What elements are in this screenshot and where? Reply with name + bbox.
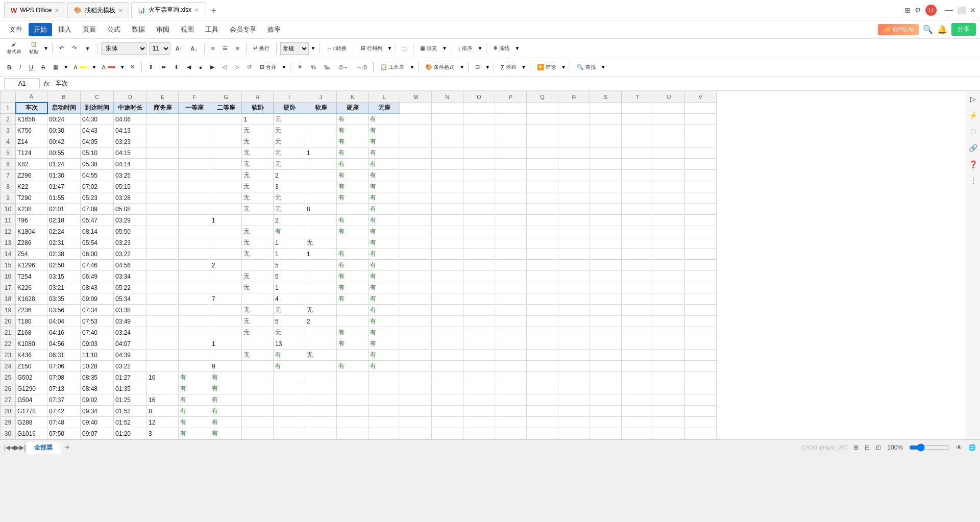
cell-V28[interactable] — [685, 406, 717, 417]
col-header-N[interactable]: N — [432, 91, 463, 103]
cell-R18[interactable] — [558, 293, 590, 305]
cell-M11[interactable] — [400, 215, 432, 226]
cell-G19[interactable] — [210, 305, 242, 316]
cell-H19[interactable]: 无 — [242, 305, 274, 316]
cell-R13[interactable] — [558, 237, 590, 248]
cell-M21[interactable] — [400, 327, 432, 338]
sheet-nav-next[interactable]: ▶ — [15, 444, 19, 451]
cell-S7[interactable] — [590, 170, 622, 181]
cell-V25[interactable] — [685, 372, 717, 383]
cell-Q11[interactable] — [527, 215, 558, 226]
cell-B24[interactable]: 07:06 — [47, 361, 81, 372]
cell-T11[interactable] — [622, 215, 653, 226]
cell-O2[interactable] — [463, 114, 495, 125]
cell-E19[interactable] — [147, 305, 179, 316]
indent-inc-button[interactable]: ▷ — [232, 62, 242, 72]
cell-I12[interactable]: 有 — [274, 226, 305, 237]
cell-P10[interactable] — [495, 204, 527, 215]
cell-J3[interactable] — [305, 125, 337, 136]
cell-A9[interactable]: T290 — [16, 192, 47, 204]
cell-N4[interactable] — [432, 136, 463, 147]
cell-K16[interactable]: 有 — [337, 271, 369, 282]
cell-N14[interactable] — [432, 248, 463, 260]
cell-S9[interactable] — [590, 192, 622, 204]
col-header-D[interactable]: D — [114, 91, 147, 103]
cell-Q27[interactable] — [527, 394, 558, 406]
cell-K19[interactable] — [337, 305, 369, 316]
cell-K12[interactable]: 有 — [337, 226, 369, 237]
cell-V30[interactable] — [685, 428, 717, 439]
cell-S8[interactable] — [590, 181, 622, 192]
cell-E3[interactable] — [147, 125, 179, 136]
more-undo-button[interactable]: ▼ — [82, 44, 93, 53]
cell-I26[interactable] — [274, 383, 305, 394]
cell-N11[interactable] — [432, 215, 463, 226]
cell-C19[interactable]: 07:34 — [81, 305, 114, 316]
cell-U23[interactable] — [653, 350, 685, 361]
cell-R12[interactable] — [558, 226, 590, 237]
cell-N22[interactable] — [432, 338, 463, 350]
cell-C13[interactable]: 05:54 — [81, 237, 114, 248]
cell-V22[interactable] — [685, 338, 717, 350]
cell-E13[interactable] — [147, 237, 179, 248]
cell-B23[interactable]: 06:31 — [47, 350, 81, 361]
cell-S20[interactable] — [590, 316, 622, 327]
cell-G10[interactable] — [210, 204, 242, 215]
cell-T28[interactable] — [622, 406, 653, 417]
cell-V4[interactable] — [685, 136, 717, 147]
cell-H18[interactable] — [242, 293, 274, 305]
cell-K15[interactable]: 有 — [337, 260, 369, 271]
cell-S4[interactable] — [590, 136, 622, 147]
cell-K23[interactable] — [337, 350, 369, 361]
cell-C23[interactable]: 11:10 — [81, 350, 114, 361]
cell-B11[interactable]: 02:18 — [47, 215, 81, 226]
sheet-nav-last[interactable]: ▶| — [19, 444, 26, 451]
cell-E6[interactable] — [147, 159, 179, 170]
search-icon[interactable]: 🔍 — [923, 24, 933, 34]
cell-E25[interactable]: 16 — [147, 372, 179, 383]
row-num-2[interactable]: 2 — [1, 114, 16, 125]
cell-B22[interactable]: 04:56 — [47, 338, 81, 350]
cell-A15[interactable]: K1296 — [16, 260, 47, 271]
cell-R20[interactable] — [558, 316, 590, 327]
cell-I29[interactable] — [274, 417, 305, 428]
align-left-button[interactable]: ≡ — [208, 44, 217, 53]
cell-M4[interactable] — [400, 136, 432, 147]
cell-P17[interactable] — [495, 282, 527, 293]
sum-arrow[interactable]: ▼ — [521, 64, 526, 70]
cell-O23[interactable] — [463, 350, 495, 361]
cell-P16[interactable] — [495, 271, 527, 282]
cell-A6[interactable]: K82 — [16, 159, 47, 170]
cell-D3[interactable]: 04:13 — [114, 125, 147, 136]
cell-E5[interactable] — [147, 147, 179, 159]
italic-button[interactable]: I — [16, 63, 24, 72]
cell-D11[interactable]: 03:29 — [114, 215, 147, 226]
cell-E10[interactable] — [147, 204, 179, 215]
cell-N16[interactable] — [432, 271, 463, 282]
cell-U27[interactable] — [653, 394, 685, 406]
cell-F26[interactable]: 有 — [179, 383, 210, 394]
notification-icon[interactable]: 🔔 — [937, 24, 947, 34]
cell-G29[interactable]: 有 — [210, 417, 242, 428]
cell-N13[interactable] — [432, 237, 463, 248]
cell-S29[interactable] — [590, 417, 622, 428]
cell-D16[interactable]: 03:34 — [114, 271, 147, 282]
cell-A21[interactable]: Z168 — [16, 327, 47, 338]
cell-M26[interactable] — [400, 383, 432, 394]
cell-H10[interactable]: 无 — [242, 204, 274, 215]
cell-D19[interactable]: 03:38 — [114, 305, 147, 316]
cell-C9[interactable]: 05:23 — [81, 192, 114, 204]
cell-H8[interactable]: 无 — [242, 181, 274, 192]
cell-U22[interactable] — [653, 338, 685, 350]
halign-right-button[interactable]: ▶ — [207, 62, 217, 72]
worksheet-arrow[interactable]: ▼ — [409, 64, 414, 70]
cell-N15[interactable] — [432, 260, 463, 271]
cell-P13[interactable] — [495, 237, 527, 248]
cell-G20[interactable] — [210, 316, 242, 327]
cell-P9[interactable] — [495, 192, 527, 204]
cell-V2[interactable] — [685, 114, 717, 125]
cell-A5[interactable]: T124 — [16, 147, 47, 159]
cell-N20[interactable] — [432, 316, 463, 327]
menu-page[interactable]: 页面 — [78, 23, 101, 36]
cell-V27[interactable] — [685, 394, 717, 406]
